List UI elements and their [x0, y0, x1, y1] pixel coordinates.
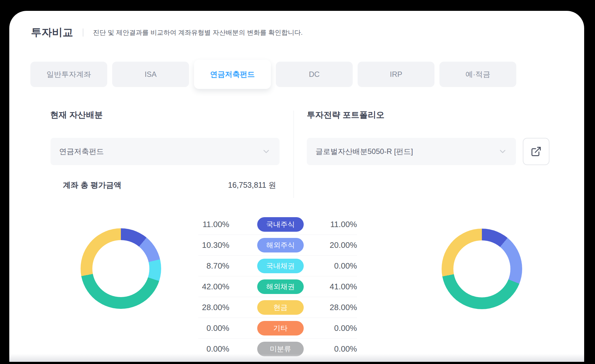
portfolio-select[interactable]: 글로벌자산배분5050-R [펀드] [307, 138, 516, 165]
current-allocation-percent: 10.30% [198, 240, 229, 250]
investment-comparison-card: 투자비교 진단 및 제안결과를 비교하여 계좌유형별 자산배분의 변화를 확인합… [9, 11, 584, 362]
bottom-fade [9, 354, 584, 362]
account-select[interactable]: 연금저축펀드 [51, 138, 280, 165]
account-tab[interactable]: 예·적금 [439, 62, 516, 87]
account-tab[interactable]: 일반투자계좌 [30, 62, 107, 87]
current-allocation-percent: 0.00% [198, 323, 229, 333]
account-tab[interactable]: IRP [358, 62, 434, 87]
strategy-portfolio-heading: 투자전략 포트폴리오 [307, 109, 385, 121]
current-allocation-heading: 현재 자산배분 [50, 109, 103, 121]
page-title: 투자비교 [31, 25, 73, 40]
proposed-allocation-percent: 41.00% [330, 282, 357, 292]
account-tab[interactable]: 연금저축펀드 [194, 60, 271, 89]
legend-row: 0.00% 기타 0.00% [198, 318, 357, 339]
current-allocation-percent: 8.70% [198, 261, 229, 271]
current-allocation-percent: 11.00% [198, 220, 229, 229]
page-subtitle: 진단 및 제안결과를 비교하여 계좌유형별 자산배분의 변화를 확인합니다. [93, 28, 303, 37]
account-type-tabs: 일반투자계좌ISA연금저축펀드DCIRP예·적금 [30, 60, 516, 89]
allocation-legend-table: 11.00% 국내주식 11.00% 10.30% 해외주식 20.00% 8.… [198, 214, 357, 359]
legend-row: 42.00% 해외채권 41.00% [198, 276, 357, 297]
proposed-allocation-percent: 11.00% [330, 220, 357, 229]
asset-category-pill: 현금 [257, 300, 304, 315]
current-allocation-percent: 0.00% [198, 344, 229, 354]
asset-category-pill: 국내주식 [257, 217, 304, 232]
portfolio-select-value: 글로벌자산배분5050-R [펀드] [315, 147, 413, 156]
proposed-allocation-percent: 0.00% [334, 261, 357, 271]
legend-row: 8.70% 국내채권 0.00% [198, 256, 357, 276]
proposed-allocation-percent: 0.00% [334, 323, 357, 333]
asset-category-pill: 국내채권 [257, 259, 304, 273]
open-portfolio-detail-button[interactable] [523, 138, 549, 165]
legend-row: 10.30% 해외주식 20.00% [198, 235, 357, 256]
chevron-down-icon [498, 147, 507, 156]
page-header: 투자비교 진단 및 제안결과를 비교하여 계좌유형별 자산배분의 변화를 확인합… [31, 24, 303, 41]
asset-category-pill: 기타 [257, 321, 304, 335]
proposed-allocation-percent: 0.00% [334, 344, 357, 354]
proposed-allocation-percent: 28.00% [330, 303, 357, 312]
legend-row: 11.00% 국내주식 11.00% [198, 214, 357, 235]
chevron-down-icon [262, 147, 271, 156]
current-allocation-donut-chart [81, 228, 161, 309]
account-tab[interactable]: DC [276, 62, 353, 87]
current-allocation-percent: 42.00% [198, 282, 229, 292]
external-link-icon [531, 146, 542, 157]
legend-row: 28.00% 현금 28.00% [198, 297, 357, 318]
account-select-value: 연금저축펀드 [59, 147, 104, 156]
asset-category-pill: 해외주식 [257, 238, 304, 252]
asset-category-pill: 해외채권 [257, 279, 304, 294]
account-total-label: 계좌 총 평가금액 [63, 180, 121, 190]
account-total-row: 계좌 총 평가금액 16,753,811 원 [63, 180, 276, 190]
strategy-portfolio-donut-chart [442, 229, 522, 309]
proposed-allocation-percent: 20.00% [330, 240, 357, 250]
title-divider [83, 29, 83, 37]
current-allocation-percent: 28.00% [198, 303, 229, 312]
account-total-value: 16,753,811 원 [228, 180, 276, 190]
account-tab[interactable]: ISA [112, 62, 189, 87]
column-divider [293, 111, 294, 198]
